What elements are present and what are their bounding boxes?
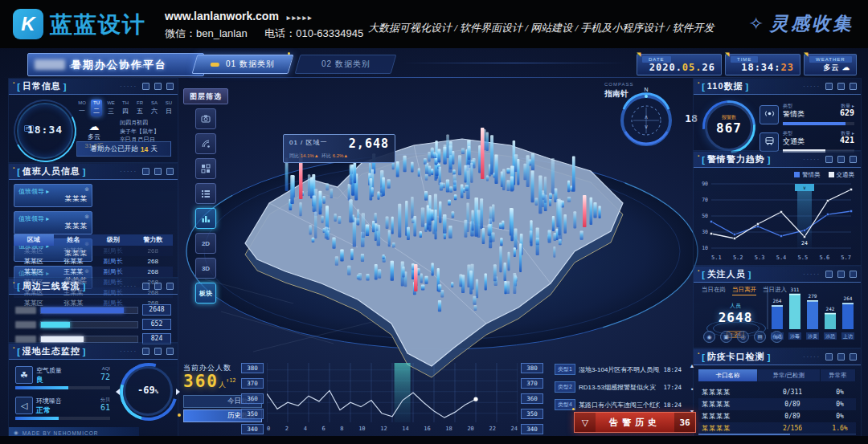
weekday-TH[interactable]: TH四 xyxy=(120,100,131,116)
redacted-logo xyxy=(35,59,65,70)
alert-row[interactable]: 类型2 RD13-53烟感报警疑似火灾 17:24 xyxy=(555,381,682,393)
layer-button-list-icon[interactable] xyxy=(195,183,216,204)
window-icon[interactable] xyxy=(154,283,162,290)
window-icon[interactable] xyxy=(837,156,845,163)
scroll-up-icon[interactable]: ▲ xyxy=(690,363,695,369)
redacted-label xyxy=(15,307,36,314)
checkpoint-tab[interactable]: 卡口名称 xyxy=(698,369,758,381)
layer-button-bar-chart-icon[interactable] xyxy=(195,208,216,229)
weekday-WE[interactable]: WE三 xyxy=(105,100,117,116)
checkpoint-row[interactable]: 某某某某2/1561.6% xyxy=(698,422,856,434)
weekday-SU[interactable]: SU日 xyxy=(163,100,174,116)
brand-contact: 微信：ben_lanlan 电话：010-63334945 xyxy=(165,26,378,41)
panel-title: 值班人员信息 xyxy=(23,165,80,177)
office-count-value: 360人↑12 xyxy=(183,372,236,391)
expand-icon[interactable] xyxy=(850,83,857,90)
y-tick: 360 xyxy=(521,393,543,404)
minimize-icon[interactable] xyxy=(825,156,833,163)
window-icon[interactable] xyxy=(154,83,162,90)
alarm-icon xyxy=(764,108,775,122)
checkpoint-row[interactable]: 某某某某2/2681.6% xyxy=(698,434,856,444)
svg-text:90: 90 xyxy=(702,181,708,187)
window-icon[interactable] xyxy=(154,168,162,175)
checkpoint-tab[interactable]: 异常率 xyxy=(821,369,856,381)
minimize-icon[interactable] xyxy=(142,83,149,90)
collect-link[interactable]: ✧ 灵感收集 xyxy=(749,11,854,36)
expand-icon[interactable] xyxy=(166,168,174,175)
minimize-icon[interactable] xyxy=(142,348,149,355)
focus-tab[interactable]: 当日离开 xyxy=(732,286,756,295)
scrollbar[interactable] xyxy=(698,434,856,435)
weekday-FR[interactable]: FR五 xyxy=(134,100,145,116)
checkpoint-row[interactable]: 某某某某0/890% xyxy=(698,398,856,410)
layer-button-radar-icon[interactable] xyxy=(195,133,216,154)
layer-button-板块[interactable]: 板块 xyxy=(195,283,216,303)
alert-scroll-controls[interactable]: ▲ ● ▼ xyxy=(688,363,696,414)
layer-button-camera-icon[interactable] xyxy=(195,108,216,129)
focus-mini-icon-3[interactable]: ◎ xyxy=(737,331,749,343)
trend-line-chart[interactable]: 9070503010∨24 xyxy=(697,177,854,253)
brand-name: 蓝蓝设计 xyxy=(50,10,146,40)
minimize-icon[interactable] xyxy=(825,271,833,278)
alert-row[interactable]: 类型1 湿地3-104片区有不明人员闯入 18:24 xyxy=(555,363,682,376)
gauge-left-arrow-icon[interactable] xyxy=(116,389,120,395)
weather-label: WEATHER xyxy=(809,56,852,63)
expand-icon[interactable] xyxy=(166,283,174,290)
alert-time: 17:24 xyxy=(663,384,682,391)
minimize-icon[interactable] xyxy=(142,283,149,290)
window-icon[interactable] xyxy=(837,353,845,360)
duty-card[interactable]: 值班领导 ▸⊗某某某 xyxy=(14,211,92,234)
x-tick: 5.3 xyxy=(755,255,765,261)
y-tick: 380 xyxy=(241,363,264,373)
close-icon[interactable]: ⊗ xyxy=(84,186,89,193)
tab-data-category-1[interactable]: 01 数据类别 xyxy=(192,55,294,74)
topbar-meter-line xyxy=(402,63,627,63)
focus-mini-icon-2[interactable]: ▣ xyxy=(720,331,732,343)
expand-icon[interactable] xyxy=(850,271,857,278)
table-row[interactable]: 某某区张某某副局长268 xyxy=(14,246,173,256)
scroll-dot-icon[interactable]: ● xyxy=(690,386,693,391)
minimize-icon[interactable] xyxy=(142,168,149,175)
window-icon[interactable] xyxy=(154,348,162,355)
eco-gauge: -69% xyxy=(123,366,173,416)
table-row[interactable]: 某某区王某某副局长268 xyxy=(14,267,173,277)
air-quality-item: ☘ 空气质量良 AQI72 xyxy=(15,366,110,392)
weekday-SA[interactable]: SA六 xyxy=(149,100,160,116)
office-line-chart[interactable] xyxy=(267,363,518,427)
leaf-icon: ☘ xyxy=(15,366,33,384)
target-icon: ◉ xyxy=(14,430,19,436)
tab-data-category-2[interactable]: 02 数据类别 xyxy=(295,55,397,74)
weekday-TU[interactable]: TU二 xyxy=(91,100,102,116)
expand-icon[interactable] xyxy=(850,156,857,163)
duty-card[interactable]: 值班领导 ▸⊗某某某 xyxy=(14,184,92,207)
focus-bar-chart[interactable]: 264在逃311涉毒279涉黄242涉恐264上访 xyxy=(764,284,859,345)
brand-url[interactable]: www.lanlanwork.com▸▸▸▸▸ xyxy=(165,10,313,22)
weekday-MO[interactable]: MO一 xyxy=(76,100,88,116)
focus-tab[interactable]: 当日在岗 xyxy=(702,286,726,295)
x-tick: 14 xyxy=(402,426,408,432)
sparkle-icon: ✧ xyxy=(749,14,764,35)
weather-block: ◥ WEATHER 多云 ☁ xyxy=(804,54,857,75)
layer-button-grid-icon[interactable] xyxy=(195,158,216,179)
focus-mini-icon-1[interactable]: ◉ xyxy=(703,331,715,343)
expand-icon[interactable] xyxy=(166,348,174,355)
minimize-icon[interactable] xyxy=(825,83,833,90)
alert-time: 18:24 xyxy=(663,366,682,373)
layer-button-3D[interactable]: 3D xyxy=(195,258,216,279)
window-icon[interactable] xyxy=(837,83,845,90)
table-row[interactable]: 某某区张某某副局长268 xyxy=(14,256,173,267)
alert-history-button[interactable]: ▽ 告警历史 36 xyxy=(574,412,696,433)
expand-icon[interactable] xyxy=(166,83,174,90)
checkpoint-row[interactable]: 某某某某0/890% xyxy=(698,410,856,422)
window-icon[interactable] xyxy=(837,271,845,278)
close-icon[interactable]: ⊗ xyxy=(84,214,89,220)
minimize-icon[interactable] xyxy=(825,353,833,360)
gauge-right-arrow-icon[interactable] xyxy=(176,389,180,395)
compass-dial[interactable]: N ∧ ∨ xyxy=(617,87,675,151)
x-tick: 6 xyxy=(321,426,325,432)
checkpoint-row[interactable]: 某某某某0/3110% xyxy=(698,386,856,398)
panel-title: 防疫卡口检测 xyxy=(707,351,765,363)
expand-icon[interactable] xyxy=(850,353,857,360)
layer-button-2D[interactable]: 2D xyxy=(195,233,216,254)
checkpoint-tab[interactable]: 异常/已检测 xyxy=(758,369,821,381)
